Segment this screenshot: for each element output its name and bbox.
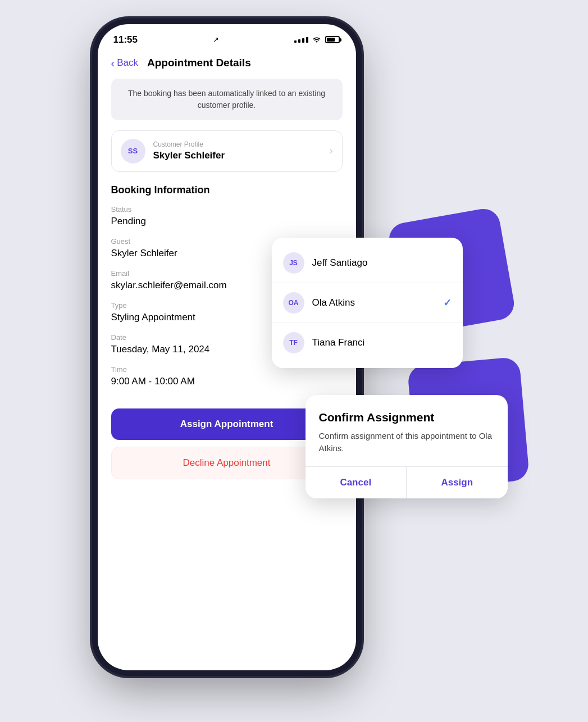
status-icons xyxy=(294,35,340,44)
location-icon: ↗ xyxy=(213,35,219,44)
staff-panel: JS Jeff Santiago OA Ola Atkins ✓ TF Tian… xyxy=(272,238,463,368)
confirm-content: Confirm Assignment Confirm assignment of… xyxy=(306,395,508,466)
signal-icon xyxy=(294,37,308,43)
selected-checkmark-icon: ✓ xyxy=(443,297,452,309)
staff-avatar-ola: OA xyxy=(283,292,304,314)
confirm-dialog: Confirm Assignment Confirm assignment of… xyxy=(306,395,508,498)
back-label: Back xyxy=(117,57,138,69)
field-value-time: 9:00 AM - 10:00 AM xyxy=(111,376,343,387)
staff-item-tiana[interactable]: TF Tiana Franci xyxy=(272,323,463,362)
staff-name-jeff: Jeff Santiago xyxy=(312,257,452,269)
wifi-icon xyxy=(312,35,322,44)
field-label-status: Status xyxy=(111,205,343,214)
staff-item-jeff[interactable]: JS Jeff Santiago xyxy=(272,243,463,283)
back-chevron-icon: ‹ xyxy=(111,57,115,70)
info-banner: The booking has been automatically linke… xyxy=(111,79,343,120)
section-title-booking: Booking Information xyxy=(111,184,343,196)
staff-avatar-tiana: TF xyxy=(283,332,304,353)
customer-card-chevron-icon: › xyxy=(330,145,333,157)
staff-name-tiana: Tiana Franci xyxy=(312,337,452,348)
customer-profile-label: Customer Profile xyxy=(153,140,225,148)
customer-card-left: SS Customer Profile Skyler Schleifer xyxy=(121,139,225,164)
confirm-message: Confirm assignment of this appointment t… xyxy=(319,430,494,455)
confirm-actions: Cancel Assign xyxy=(306,466,508,498)
customer-name: Skyler Schleifer xyxy=(153,150,225,161)
customer-avatar: SS xyxy=(121,139,145,164)
status-bar: 11:55 ↗ xyxy=(98,24,356,51)
assign-button[interactable]: Assign xyxy=(406,467,508,498)
field-status: Status Pending xyxy=(111,205,343,227)
staff-name-ola: Ola Atkins xyxy=(312,297,435,308)
page-header: ‹ Back Appointment Details xyxy=(98,51,356,79)
info-banner-text: The booking has been automatically linke… xyxy=(128,89,325,110)
confirm-title: Confirm Assignment xyxy=(319,411,494,424)
staff-item-ola[interactable]: OA Ola Atkins ✓ xyxy=(272,283,463,323)
staff-avatar-jeff: JS xyxy=(283,252,304,274)
cancel-button[interactable]: Cancel xyxy=(306,467,407,498)
page-title: Appointment Details xyxy=(147,57,251,69)
back-button[interactable]: ‹ Back xyxy=(111,57,138,70)
field-value-status: Pending xyxy=(111,216,343,227)
battery-icon xyxy=(325,36,340,43)
field-time: Time 9:00 AM - 10:00 AM xyxy=(111,365,343,387)
status-time: 11:55 xyxy=(113,34,138,46)
customer-card-info: Customer Profile Skyler Schleifer xyxy=(153,140,225,161)
customer-card[interactable]: SS Customer Profile Skyler Schleifer › xyxy=(111,130,343,172)
